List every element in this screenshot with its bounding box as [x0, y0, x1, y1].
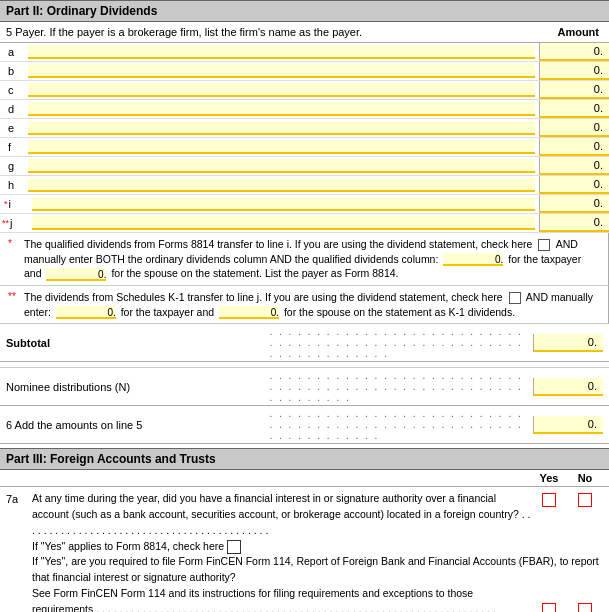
- line6-dots: . . . . . . . . . . . . . . . . . . . . …: [268, 408, 534, 441]
- q7a-yes-checkbox[interactable]: [542, 493, 556, 507]
- line-c-value: 0.: [539, 81, 609, 99]
- note1-star: *: [8, 237, 24, 251]
- line-b-letter: b: [0, 65, 24, 77]
- line-e-value: 0.: [539, 119, 609, 137]
- line-h-value: 0.: [539, 176, 609, 194]
- line-i-value: 0.: [539, 195, 609, 213]
- note1-section: * The qualified dividends from Forms 881…: [0, 233, 609, 286]
- line-j-letter: **j: [0, 217, 28, 229]
- amount-header: Amount: [533, 26, 603, 38]
- see-fincen-yes-no: [531, 603, 603, 612]
- line6-row: 6 Add the amounts on line 5 . . . . . . …: [0, 406, 609, 444]
- line-a-row: a 0.: [0, 43, 609, 62]
- part3-header: Part III: Foreign Accounts and Trusts: [0, 448, 609, 470]
- no-label: No: [567, 472, 603, 484]
- line-e-letter: e: [0, 122, 24, 134]
- line-f-value: 0.: [539, 138, 609, 156]
- q7a-yes-no: [531, 491, 603, 507]
- line5-label: 5 Payer. If the payer is a brokerage fir…: [6, 26, 533, 38]
- line-j-value: 0.: [539, 214, 609, 232]
- q7a-no-checkbox[interactable]: [578, 493, 592, 507]
- see-fincen-no-checkbox[interactable]: [578, 603, 592, 612]
- part2-header: Part II: Ordinary Dividends: [0, 0, 609, 22]
- subtotal-row: Subtotal . . . . . . . . . . . . . . . .…: [0, 324, 609, 362]
- line-f-letter: f: [0, 141, 24, 153]
- note1-checkbox[interactable]: [538, 239, 550, 251]
- q7a-number: 7a: [6, 491, 32, 508]
- note2-text: The dividends from Schedules K-1 transfe…: [24, 290, 600, 319]
- line-b-row: b 0.: [0, 62, 609, 81]
- see-fincen-yes-checkbox[interactable]: [542, 603, 556, 612]
- nominee-value: 0.: [533, 378, 603, 396]
- nominee-label: Nominee distributions (N): [6, 381, 268, 393]
- dividend-lines: a 0. b 0. c 0. d 0. e 0. f 0. g 0. h: [0, 43, 609, 233]
- line-f-input[interactable]: [28, 140, 535, 154]
- line-d-input[interactable]: [28, 102, 535, 116]
- line-b-input[interactable]: [28, 64, 535, 78]
- q7a-main-row: 7a At any time during the year, did you …: [6, 491, 603, 538]
- note1-input1[interactable]: 0.: [443, 253, 503, 266]
- note2-star: **: [8, 290, 24, 304]
- line-h-letter: h: [0, 179, 24, 191]
- nominee-row: Nominee distributions (N) . . . . . . . …: [0, 368, 609, 406]
- line-g-input[interactable]: [28, 159, 535, 173]
- line-d-letter: d: [0, 103, 24, 115]
- line-g-value: 0.: [539, 157, 609, 175]
- line-i-row: *i 0.: [0, 195, 609, 214]
- see-fincen-row: See Form FinCEN Form 114 and its instruc…: [6, 586, 603, 612]
- line-i-letter: *i: [0, 198, 28, 210]
- line-g-letter: g: [0, 160, 24, 172]
- line-c-row: c 0.: [0, 81, 609, 100]
- see-fincen-text: See Form FinCEN Form 114 and its instruc…: [32, 586, 531, 612]
- yes-label: Yes: [531, 472, 567, 484]
- note1-text: The qualified dividends from Forms 8814 …: [24, 237, 600, 281]
- yes-no-header: Yes No: [0, 470, 609, 487]
- note2-section: ** The dividends from Schedules K-1 tran…: [0, 286, 609, 324]
- line-e-row: e 0.: [0, 119, 609, 138]
- line-h-row: h 0.: [0, 176, 609, 195]
- line-d-value: 0.: [539, 100, 609, 118]
- nominee-dots: . . . . . . . . . . . . . . . . . . . . …: [268, 370, 534, 403]
- line-h-input[interactable]: [28, 178, 535, 192]
- if-yes-fincen-text: If "Yes", are you required to file Form …: [32, 554, 603, 586]
- line-e-input[interactable]: [28, 121, 535, 135]
- line5-row: 5 Payer. If the payer is a brokerage fir…: [0, 22, 609, 43]
- note1-input2[interactable]: 0.: [46, 268, 106, 281]
- if-yes-8814-checkbox[interactable]: [227, 540, 241, 554]
- line-i-input[interactable]: [32, 197, 535, 211]
- line-c-letter: c: [0, 84, 24, 96]
- line6-label: 6 Add the amounts on line 5: [6, 419, 268, 431]
- line-f-row: f 0.: [0, 138, 609, 157]
- line-g-row: g 0.: [0, 157, 609, 176]
- note2-input2[interactable]: 0.: [219, 306, 279, 319]
- note2-input1[interactable]: 0.: [56, 306, 116, 319]
- line-b-value: 0.: [539, 62, 609, 80]
- line-j-input[interactable]: [32, 216, 535, 230]
- line-d-row: d 0.: [0, 100, 609, 119]
- q7a-text: At any time during the year, did you hav…: [32, 491, 531, 538]
- if-yes-8814-text: If "Yes" applies to Form 8814, check her…: [32, 539, 224, 555]
- if-yes-8814-row: If "Yes" applies to Form 8814, check her…: [6, 539, 603, 555]
- q7a-section: 7a At any time during the year, did you …: [0, 487, 609, 612]
- subtotal-value: 0.: [533, 334, 603, 352]
- if-yes-fincen-row: If "Yes", are you required to file Form …: [6, 554, 603, 586]
- line-c-input[interactable]: [28, 83, 535, 97]
- line-a-value: 0.: [539, 43, 609, 61]
- line-a-letter: a: [0, 46, 24, 58]
- line-a-input[interactable]: [28, 45, 535, 59]
- subtotal-label: Subtotal: [6, 337, 268, 349]
- note2-checkbox[interactable]: [509, 292, 521, 304]
- line6-value: 0.: [533, 416, 603, 434]
- subtotal-dots: . . . . . . . . . . . . . . . . . . . . …: [268, 326, 534, 359]
- line-j-row: **j 0.: [0, 214, 609, 233]
